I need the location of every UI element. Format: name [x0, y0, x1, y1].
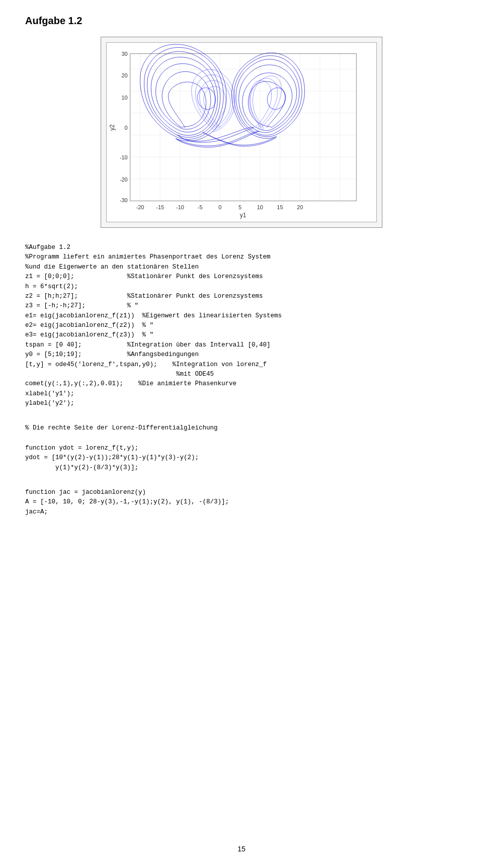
svg-text:10: 10	[257, 204, 263, 210]
svg-text:5: 5	[238, 204, 242, 210]
plot-inner: 30 20 10 0 -10 -20 -30 -20 -15 -10 -	[106, 42, 377, 222]
svg-text:-10: -10	[176, 204, 184, 210]
svg-text:15: 15	[277, 204, 283, 210]
plot-container: 30 20 10 0 -10 -20 -30 -20 -15 -10 -	[25, 37, 458, 228]
jacobian-function-block: function jac = jacobianlorenz(y) A = [-1…	[25, 488, 458, 517]
page-title: Aufgabe 1.2	[25, 15, 458, 27]
page: Aufgabe 1.2	[0, 0, 483, 557]
svg-text:-5: -5	[198, 204, 203, 210]
y-axis-label: y2	[109, 124, 116, 131]
x-axis-label: y1	[240, 212, 247, 219]
svg-text:30: 30	[122, 51, 128, 57]
lorenz-attractor-plot: 30 20 10 0 -10 -20 -30 -20 -15 -10 -	[107, 43, 376, 222]
svg-text:0: 0	[125, 125, 128, 131]
main-code-block: %Aufgabe 1.2 %Programm liefert ein animi…	[25, 243, 458, 408]
svg-text:0: 0	[218, 204, 221, 210]
svg-text:-20: -20	[136, 204, 144, 210]
svg-text:-30: -30	[120, 197, 128, 203]
svg-text:20: 20	[297, 204, 303, 210]
svg-text:-20: -20	[120, 177, 128, 183]
svg-text:10: 10	[122, 95, 128, 101]
svg-text:20: 20	[122, 72, 128, 78]
lorenz-comment: % Die rechte Seite der Lorenz-Differenti…	[25, 423, 458, 433]
plot-box: 30 20 10 0 -10 -20 -30 -20 -15 -10 -	[101, 37, 382, 228]
lorenz-function-block: function ydot = lorenz_f(t,y); ydot = [1…	[25, 444, 458, 473]
page-number: 15	[237, 845, 246, 853]
svg-text:-10: -10	[120, 154, 128, 160]
svg-text:-15: -15	[156, 204, 164, 210]
